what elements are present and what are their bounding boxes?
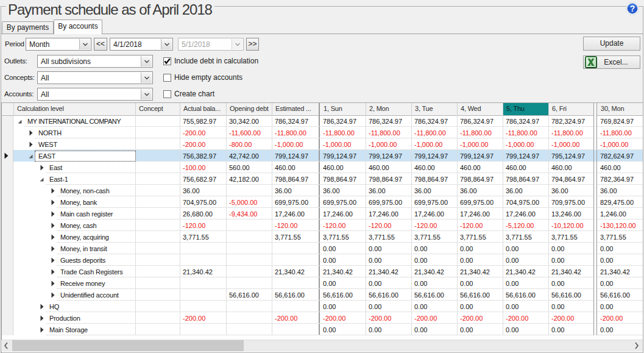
svg-text:?: ?: [630, 4, 635, 13]
